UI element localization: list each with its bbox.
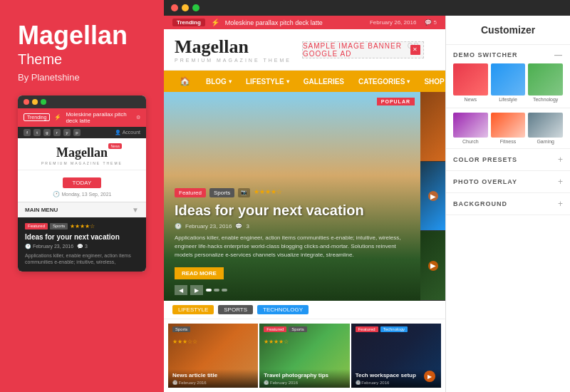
hero-thumb-2[interactable]: ▶ bbox=[420, 162, 445, 232]
hero-thumb-1[interactable] bbox=[420, 92, 445, 162]
card-1-sports-tag: Sports bbox=[172, 326, 190, 332]
hero-dot-3[interactable] bbox=[222, 289, 227, 292]
mini-menu-chevron: ▼ bbox=[132, 206, 139, 214]
preview-main: Trending ⚡ Moleskine parallax pitch deck… bbox=[164, 16, 445, 392]
mini-main-menu[interactable]: MAIN MENU ▼ bbox=[18, 202, 146, 217]
demo-switcher-header: DEMO SWITCHER — bbox=[453, 51, 563, 59]
photo-overlay-toggle[interactable]: + bbox=[558, 177, 563, 187]
tag-technology[interactable]: TECHNOLOGY bbox=[257, 305, 309, 314]
browser-dot-red[interactable] bbox=[171, 4, 178, 11]
demo-thumb-gaming[interactable] bbox=[528, 113, 563, 138]
hero-dot-2[interactable] bbox=[214, 289, 219, 292]
demo-item-gaming[interactable]: Gaming bbox=[528, 113, 563, 144]
ad-banner-text: SAMPLE IMAGE BANNER OR GOOGLE AD bbox=[303, 42, 423, 58]
mini-trending-badge: Trending bbox=[24, 113, 50, 121]
site-trending-bar: Trending ⚡ Moleskine parallax pitch deck… bbox=[164, 16, 445, 29]
nav-blog[interactable]: BLOG ▾ bbox=[199, 72, 239, 91]
demo-thumb-news[interactable] bbox=[453, 63, 488, 96]
demo-item-technology[interactable]: Technology bbox=[528, 63, 563, 102]
browser-dot-yellow[interactable] bbox=[182, 4, 189, 11]
tag-lifestyle[interactable]: LIFESTYLE bbox=[172, 305, 214, 314]
thumb-3-play-icon: ▶ bbox=[428, 261, 438, 271]
site-header: Trending ⚡ Moleskine parallax pitch deck… bbox=[164, 16, 445, 71]
demo-switcher-section: DEMO SWITCHER — News Lifestyle Technolog… bbox=[446, 45, 570, 108]
card-1-meta: 🕐 February 2016 bbox=[172, 380, 254, 385]
demo-switcher-toggle[interactable]: — bbox=[554, 51, 563, 59]
ad-close-button[interactable]: ✕ bbox=[410, 45, 420, 55]
card-2-overlay: Featured Sports ★★★★☆ bbox=[259, 324, 349, 349]
demo-thumb-fitness[interactable] bbox=[491, 113, 526, 138]
hero-thumb-3[interactable]: ▶ bbox=[420, 231, 445, 301]
demo-label-gaming: Gaming bbox=[528, 139, 563, 144]
demo-item-news[interactable]: News bbox=[453, 63, 488, 102]
color-presets-label: COLOR PRESETS bbox=[453, 156, 517, 163]
hero-content: Featured Sports 📷 ★★★★☆ Ideas for your n… bbox=[175, 188, 410, 279]
demo-item-fitness[interactable]: Fitness bbox=[491, 113, 526, 144]
mini-dot-yellow bbox=[32, 99, 38, 105]
nav-galleries[interactable]: GALLERIES bbox=[296, 72, 351, 91]
demo-grid-row1: News Lifestyle Technology bbox=[453, 63, 563, 102]
hero-controls: ◀ ▶ bbox=[175, 285, 227, 295]
mini-dot-red bbox=[24, 99, 29, 105]
nav-home-button[interactable]: 🏠 bbox=[171, 71, 199, 92]
demo-label-lifestyle: Lifestyle bbox=[491, 97, 526, 102]
mini-trending-icon: ⚙ bbox=[136, 115, 140, 120]
mini-logo-area: Magellan News PREMIUM MAGAZINE THEME bbox=[18, 138, 146, 170]
demo-item-church[interactable]: Church bbox=[453, 113, 488, 144]
background-row[interactable]: BACKGROUND + bbox=[446, 193, 570, 215]
demo-item-lifestyle[interactable]: Lifestyle bbox=[491, 63, 526, 102]
nav-categories[interactable]: CATEGORIES ▾ bbox=[351, 72, 417, 91]
theme-subtitle: Theme bbox=[18, 51, 146, 68]
color-presets-toggle[interactable]: + bbox=[558, 155, 563, 165]
mini-rss-icon: r bbox=[53, 129, 61, 136]
mini-twitter-icon: t bbox=[33, 129, 41, 136]
article-card-3[interactable]: Featured Technology Tech workspace setup… bbox=[351, 324, 441, 388]
site-navigation: 🏠 BLOG ▾ LIFESTYLE ▾ GALLERIES CATEGORIE… bbox=[164, 71, 445, 92]
card-3-play-icon[interactable]: ▶ bbox=[424, 371, 435, 382]
hero-tags: Featured Sports 📷 ★★★★☆ bbox=[175, 188, 410, 197]
card-2-featured-tag: Featured bbox=[264, 326, 286, 332]
mini-preview: Trending ⚡ Moleskine parallax pitch deck… bbox=[18, 96, 146, 272]
mini-social-bar: f t g r y p 👤 Account bbox=[18, 127, 146, 138]
browser-dot-green[interactable] bbox=[192, 4, 200, 11]
card-2-tags: Featured Sports bbox=[264, 326, 345, 332]
article-card-1[interactable]: Sports ★★★☆☆ News article title 🕐 Februa… bbox=[168, 324, 258, 388]
mini-dot-green bbox=[41, 99, 46, 105]
demo-thumb-lifestyle[interactable] bbox=[491, 63, 526, 96]
popular-badge: POPULAR bbox=[377, 98, 415, 105]
articles-tags-row: LIFESTYLE SPORTS TECHNOLOGY bbox=[164, 301, 445, 319]
hero-prev-button[interactable]: ◀ bbox=[175, 285, 187, 295]
mini-tag-sports: Sports bbox=[50, 223, 68, 229]
hero-read-more-button[interactable]: READ MORE bbox=[175, 267, 224, 279]
demo-thumb-church[interactable] bbox=[453, 113, 488, 138]
card-1-overlay: Sports ★★★☆☆ bbox=[168, 324, 258, 349]
trending-text: Moleskine parallax pitch deck latte bbox=[225, 19, 364, 26]
mini-feat-tags: Featured Sports ★★★★☆ bbox=[25, 223, 139, 229]
mini-gplus-icon: g bbox=[43, 129, 51, 136]
hero-clock-icon: 🕐 bbox=[175, 223, 182, 229]
article-card-2[interactable]: Featured Sports ★★★★☆ Travel photography… bbox=[259, 324, 349, 388]
background-label: BACKGROUND bbox=[453, 200, 507, 207]
background-toggle[interactable]: + bbox=[558, 199, 563, 209]
main-content: Trending ⚡ Moleskine parallax pitch deck… bbox=[164, 0, 570, 392]
nav-shop[interactable]: SHOP bbox=[417, 72, 445, 91]
mini-feat-meta: 🕐 February 23, 2016 💬 3 bbox=[25, 244, 139, 249]
hero-dot-1[interactable] bbox=[206, 289, 212, 292]
demo-thumb-technology[interactable] bbox=[528, 63, 563, 96]
tag-sports[interactable]: SPORTS bbox=[218, 305, 253, 314]
card-2-stars: ★★★★☆ bbox=[264, 339, 289, 345]
by-line: By Planetshine bbox=[18, 72, 146, 83]
mini-today-btn[interactable]: TODAY bbox=[63, 177, 102, 188]
hero-next-button[interactable]: ▶ bbox=[190, 285, 203, 295]
mini-pin-icon: p bbox=[73, 129, 81, 136]
demo-label-church: Church bbox=[453, 139, 488, 144]
mini-feat-title: Ideas for your next vacation bbox=[25, 232, 139, 242]
nav-lifestyle[interactable]: LIFESTYLE ▾ bbox=[239, 72, 296, 91]
hero-thumbnails: ▶ ▶ bbox=[420, 92, 445, 301]
hero-stars: ★★★★☆ bbox=[254, 188, 282, 197]
photo-overlay-row[interactable]: PHOTO OVERLAY + bbox=[446, 171, 570, 193]
mini-logo-badge: News bbox=[108, 143, 122, 149]
trending-badge: Trending bbox=[172, 19, 205, 26]
color-presets-row[interactable]: COLOR PRESETS + bbox=[446, 149, 570, 171]
hero-section: POPULAR Featured Sports 📷 ★★★★☆ Ideas fo… bbox=[164, 92, 445, 301]
